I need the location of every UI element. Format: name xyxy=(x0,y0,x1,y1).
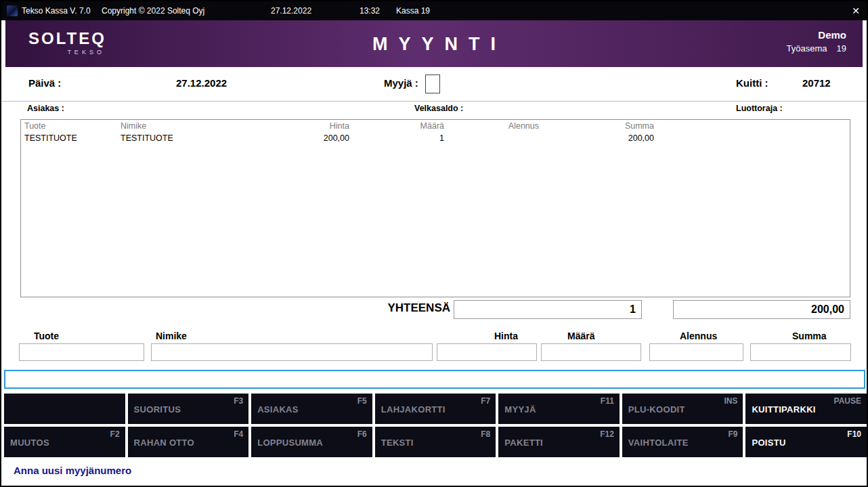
cell-alennus xyxy=(448,132,542,144)
divider xyxy=(1,101,867,102)
workstation-value: 19 xyxy=(837,43,846,54)
window-copyright: Copyright © 2022 Solteq Oyj xyxy=(102,1,204,20)
button-loppusumma[interactable]: LOPPUSUMMA F6 xyxy=(251,427,372,457)
total-quantity: 1 xyxy=(454,300,642,319)
app-header: SOLTEQ TEKSO MYYNTI Demo Työasema19 xyxy=(5,20,863,67)
receipt-value: 20712 xyxy=(802,77,831,89)
credit-label: Luottoraja : xyxy=(736,104,783,113)
function-buttons: SUORITUS F3 ASIAKAS F5 LAHJAKORTTI F7 MY… xyxy=(4,394,867,457)
col-header-nimike: Nimike xyxy=(117,120,261,132)
titlebar-register: Kassa 19 xyxy=(396,1,430,20)
mode-label: Demo xyxy=(787,29,846,41)
entry-label-tuote: Tuote xyxy=(34,331,59,341)
button-kuittiparkki[interactable]: KUITTIPARKKI PAUSE xyxy=(745,394,867,424)
date-label: Päivä : xyxy=(28,77,61,89)
workstation-info: Työasema19 xyxy=(787,43,846,54)
titlebar: Tekso Kassa V. 7.0 Copyright © 2022 Solt… xyxy=(1,1,867,20)
table-row[interactable]: TESTITUOTE TESTITUOTE 200,00 1 200,00 xyxy=(21,132,850,144)
workstation-label: Työasema xyxy=(787,43,827,54)
window-title: Tekso Kassa V. 7.0 xyxy=(22,1,91,20)
cell-hinta: 200,00 xyxy=(261,132,353,144)
app-icon xyxy=(7,5,18,16)
col-header-hinta: Hinta xyxy=(261,120,353,132)
cell-tuote: TESTITUOTE xyxy=(21,132,117,144)
blank-button[interactable] xyxy=(4,394,125,424)
debt-label: Velkasaldo : xyxy=(414,104,463,113)
solteq-logo: SOLTEQ TEKSO xyxy=(28,29,106,56)
titlebar-date: 27.12.2022 xyxy=(271,1,311,20)
seller-label: Myyjä : xyxy=(384,77,418,89)
table-header: Tuote Nimike Hinta Määrä Alennus Summa xyxy=(21,120,850,132)
maara-input[interactable] xyxy=(541,343,641,361)
seller-input[interactable] xyxy=(425,75,440,93)
total-label: YHTEENSÄ xyxy=(340,301,450,315)
col-header-alennus: Alennus xyxy=(448,120,542,132)
status-message: Anna uusi myyjänumero xyxy=(14,465,131,476)
button-teksti[interactable]: TEKSTI F8 xyxy=(375,427,496,457)
titlebar-time: 13:32 xyxy=(360,1,380,20)
entry-label-hinta: Hinta xyxy=(494,331,518,341)
cell-maara: 1 xyxy=(353,132,448,144)
total-amount: 200,00 xyxy=(673,300,850,319)
entry-label-summa: Summa xyxy=(792,331,827,341)
col-header-maara: Määrä xyxy=(353,120,448,132)
button-suoritus[interactable]: SUORITUS F3 xyxy=(128,394,249,424)
receipt-label: Kuitti : xyxy=(736,77,768,89)
alennus-input[interactable] xyxy=(649,343,743,361)
button-asiakas[interactable]: ASIAKAS F5 xyxy=(251,394,372,424)
button-myyja[interactable]: MYYJÄ F11 xyxy=(498,394,620,424)
logo-primary: SOLTEQ xyxy=(28,29,106,48)
sales-table: Tuote Nimike Hinta Määrä Alennus Summa T… xyxy=(20,119,850,297)
button-vaihtolaite[interactable]: VAIHTOLAITE F9 xyxy=(622,427,743,457)
entry-label-nimike: Nimike xyxy=(156,331,187,341)
entry-label-maara: Määrä xyxy=(567,331,594,341)
tuote-input[interactable] xyxy=(19,343,144,361)
button-poistu[interactable]: POISTU F10 xyxy=(745,427,867,457)
logo-secondary: TEKSO xyxy=(28,49,106,56)
header-right: Demo Työasema19 xyxy=(787,29,846,54)
nimike-input[interactable] xyxy=(151,343,433,361)
command-input[interactable] xyxy=(4,370,865,389)
date-value: 27.12.2022 xyxy=(176,77,227,89)
cell-summa: 200,00 xyxy=(542,132,657,144)
col-header-summa: Summa xyxy=(542,120,657,132)
col-header-tuote: Tuote xyxy=(21,120,117,132)
customer-label: Asiakas : xyxy=(27,104,64,113)
button-rahan-otto[interactable]: RAHAN OTTO F4 xyxy=(128,427,249,457)
button-lahjakortti[interactable]: LAHJAKORTTI F7 xyxy=(375,394,496,424)
summa-input[interactable] xyxy=(750,343,851,361)
page-title: MYYNTI xyxy=(362,33,506,54)
app-window: Tekso Kassa V. 7.0 Copyright © 2022 Solt… xyxy=(0,0,868,487)
entry-label-alennus: Alennus xyxy=(680,331,717,341)
cell-nimike: TESTITUOTE xyxy=(117,132,261,144)
close-icon[interactable]: ✕ xyxy=(852,1,860,20)
button-muutos[interactable]: MUUTOS F2 xyxy=(4,427,125,457)
button-paketti[interactable]: PAKETTI F12 xyxy=(498,427,620,457)
button-plu-koodit[interactable]: PLU-KOODIT INS xyxy=(622,394,743,424)
hinta-input[interactable] xyxy=(437,343,537,361)
